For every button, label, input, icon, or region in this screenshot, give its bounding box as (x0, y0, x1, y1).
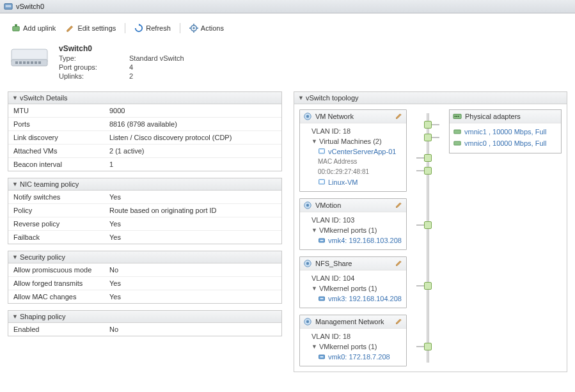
portgroup-edit-button[interactable] (395, 317, 403, 326)
kv-key: Notify switches (13, 193, 109, 201)
vlan-label: VLAN ID: 104 (304, 273, 402, 283)
portgroup-sub-toggle[interactable]: ▼VMkernel ports (1) (304, 225, 402, 235)
portgroup-title: Management Network (315, 318, 392, 325)
vlan-label: VLAN ID: 18 (304, 331, 402, 341)
portgroup-icon (303, 259, 312, 268)
pencil-icon (66, 24, 75, 33)
topology-body: VM NetworkVLAN ID: 18▼Virtual Machines (… (294, 104, 567, 372)
kv-value: Listen / Cisco discovery protocol (CDP) (109, 134, 232, 141)
kv-key: MTU (13, 107, 109, 114)
gear-icon (189, 24, 198, 33)
kv-key: Allow forged transmits (13, 279, 109, 287)
portgroup-item[interactable]: vmk3: 192.168.104.208 (304, 294, 402, 304)
portgroup-sub-toggle[interactable]: ▼VMkernel ports (1) (304, 341, 402, 352)
svg-rect-16 (27, 61, 29, 64)
portgroup-icon (303, 317, 312, 326)
svg-point-31 (306, 262, 309, 265)
portgroup-item[interactable]: vmk0: 172.18.7.208 (304, 352, 402, 362)
panel-title: Shaping policy (20, 313, 66, 320)
add-uplink-button[interactable]: Add uplink (8, 22, 59, 34)
summary-row: Type: Standard vSwitch (59, 54, 184, 62)
portgroup-edit-button[interactable] (395, 201, 403, 210)
portgroup-sub-toggle[interactable]: ▼Virtual Machines (2) (304, 136, 402, 146)
summary-title: vSwitch0 (59, 44, 184, 53)
portgroup-item[interactable]: Linux-VM (304, 177, 402, 187)
portgroup-item-link[interactable]: vmk0: 172.18.7.208 (328, 352, 390, 362)
actions-label: Actions (201, 24, 224, 32)
vswitch-details-panel: ▼ vSwitch Details MTU9000Ports8816 (8798… (8, 91, 282, 171)
portgroup-title: NFS_Share (315, 260, 392, 267)
kv-value: 9000 (109, 107, 125, 114)
svg-rect-25 (320, 180, 324, 184)
portgroup-card: NFS_ShareVLAN ID: 104▼VMkernel ports (1)… (299, 256, 407, 308)
kv-value: 1 (109, 161, 113, 168)
svg-rect-39 (455, 116, 456, 117)
kv-value: 2 (1 active) (109, 147, 144, 155)
portgroup-edit-button[interactable] (395, 112, 403, 121)
panel-header[interactable]: ▼ NIC teaming policy (8, 178, 281, 191)
panel-header[interactable]: ▼ Security policy (8, 251, 281, 263)
portgroup-body: VLAN ID: 18▼Virtual Machines (2)vCenterS… (300, 123, 406, 191)
svg-rect-2 (6, 6, 12, 7)
refresh-button[interactable]: Refresh (130, 22, 175, 34)
kv-value: Yes (109, 233, 121, 241)
summary-key: Uplinks: (59, 72, 129, 80)
kv-key: Policy (13, 207, 109, 214)
panel-title: vSwitch Details (20, 94, 68, 102)
portgroup-header: Management Network (300, 315, 406, 329)
mac-address: MAC Address 00:0c:29:27:48:81 (304, 157, 402, 177)
portgroup-card: VM NetworkVLAN ID: 18▼Virtual Machines (… (299, 109, 407, 192)
edit-settings-button[interactable]: Edit settings (62, 22, 120, 34)
portgroup-sublabel: VMkernel ports (1) (319, 283, 377, 294)
svg-rect-14 (19, 61, 22, 64)
kv-row: Attached VMs2 (1 active) (8, 145, 281, 158)
panel-header[interactable]: ▼ vSwitch topology (294, 92, 567, 104)
summary-value: Standard vSwitch (129, 54, 184, 62)
svg-rect-4 (15, 24, 17, 27)
vswitch-icon (4, 2, 13, 11)
portgroup-header: NFS_Share (300, 257, 406, 270)
portgroup-sub-toggle[interactable]: ▼VMkernel ports (1) (304, 283, 402, 294)
pencil-icon (395, 112, 403, 120)
kv-row: Allow forged transmitsYes (8, 277, 281, 290)
kv-value: No (109, 325, 118, 333)
adapter-item[interactable]: vmnic0 , 10000 Mbps, Full (453, 137, 557, 149)
panel-header[interactable]: ▼ vSwitch Details (8, 92, 281, 104)
summary: vSwitch0 Type: Standard vSwitch Port gro… (8, 40, 567, 91)
portgroup-item-link[interactable]: Linux-VM (328, 177, 358, 187)
kv-row: Beacon interval1 (8, 158, 281, 171)
svg-rect-40 (456, 116, 457, 117)
adapter-link[interactable]: vmnic0 , 10000 Mbps, Full (464, 137, 546, 149)
kv-key: Allow MAC changes (13, 293, 109, 301)
adapter-item[interactable]: vmnic1 , 10000 Mbps, Full (453, 126, 557, 137)
portgroup-item-link[interactable]: vCenterServerApp-01 (328, 146, 396, 157)
kv-key: Beacon interval (13, 161, 109, 168)
portgroup-item-link[interactable]: vmk4: 192.168.103.208 (328, 235, 402, 246)
portgroup-item[interactable]: vCenterServerApp-01 (304, 146, 402, 157)
portgroup-title: VMotion (315, 201, 392, 209)
svg-rect-15 (23, 61, 26, 64)
summary-key: Port groups: (59, 63, 129, 71)
adapter-link[interactable]: vmnic1 , 10000 Mbps, Full (464, 126, 546, 137)
nic-icon (453, 128, 461, 136)
collapse-icon: ▼ (298, 95, 303, 101)
portgroup-edit-button[interactable] (395, 259, 403, 268)
collapse-icon: ▼ (12, 254, 17, 260)
pencil-icon (395, 259, 403, 267)
portgroup-title: VM Network (315, 113, 392, 120)
kv-row: MTU9000 (8, 104, 281, 118)
kv-key: Link discovery (13, 134, 109, 141)
panel-header[interactable]: ▼ Shaping policy (8, 311, 281, 323)
actions-button[interactable]: Actions (185, 22, 228, 34)
pencil-icon (395, 201, 403, 208)
toolbar: Add uplink Edit settings Refresh Actions (8, 20, 567, 40)
vlan-label: VLAN ID: 18 (304, 126, 402, 136)
portgroup-body: VLAN ID: 18▼VMkernel ports (1)vmk0: 172.… (300, 329, 406, 366)
vm-icon (318, 178, 326, 186)
portgroup-item-link[interactable]: vmk3: 192.168.104.208 (328, 294, 402, 304)
kv-value: Yes (109, 293, 121, 301)
portgroup-item[interactable]: vmk4: 192.168.103.208 (304, 235, 402, 246)
topology-panel: ▼ vSwitch topology VM NetworkVLAN ID: 18… (294, 91, 567, 372)
add-uplink-icon (12, 24, 20, 33)
portgroup-icon (303, 201, 312, 210)
